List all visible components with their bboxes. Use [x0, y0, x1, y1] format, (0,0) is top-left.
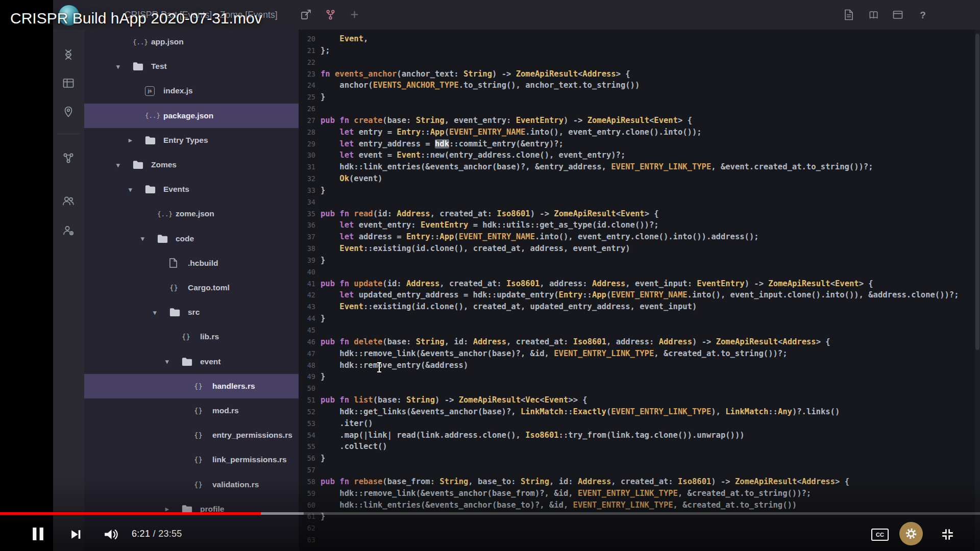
code-line: 35pub fn read(id: Address, created_at: I… [299, 208, 980, 220]
tree-item-cargo-toml[interactable]: {}Cargo.toml [84, 276, 299, 300]
code-line: 36 let event_entry: EventEntry = hdk::ut… [299, 219, 980, 231]
tree-item-label: Test [151, 62, 167, 71]
open-external-icon[interactable] [300, 9, 313, 22]
tree-item-zomes[interactable]: ▾Zomes [84, 153, 299, 177]
help-icon[interactable]: ? [916, 9, 929, 22]
code-line: 43 Event::existing(id.clone(), created_a… [299, 301, 980, 313]
chevron-down-icon[interactable]: ▾ [153, 309, 169, 316]
fork-icon[interactable] [325, 9, 338, 22]
tree-item-label: handlers.rs [212, 382, 255, 391]
document-icon[interactable] [843, 9, 856, 22]
code-editor[interactable]: 20 Event,21};2223fn events_anchor(anchor… [299, 30, 980, 551]
code-line: 25} [299, 91, 980, 103]
scrollbar-thumb[interactable] [975, 34, 979, 350]
tree-item-entry-permissions-rs[interactable]: {}entry_permissions.rs [84, 423, 299, 447]
tree-item-zome-json[interactable]: {..}zome.json [84, 202, 299, 226]
tree-item-package-json[interactable]: {..}package.json [84, 104, 299, 128]
code-line: 33} [299, 185, 980, 196]
folder-icon [145, 185, 163, 194]
code-text: let event = Event::new(entry_address.clo… [321, 149, 625, 161]
line-number: 21 [299, 45, 315, 57]
tree-item-mod-rs[interactable]: {}mod.rs [84, 398, 299, 423]
line-number: 39 [299, 255, 315, 266]
settings-button[interactable] [899, 522, 923, 545]
folder-icon [133, 62, 151, 71]
tree-item-label: Zomes [151, 160, 177, 169]
code-text: pub fn read(id: Address, created_at: Iso… [321, 208, 659, 220]
code-line: 51pub fn list(base: String) -> ZomeApiRe… [299, 394, 980, 406]
tree-item-code[interactable]: ▾code [84, 227, 299, 251]
pause-button[interactable] [31, 527, 45, 541]
volume-button[interactable] [103, 528, 119, 541]
line-number: 53 [299, 418, 315, 430]
chevron-down-icon[interactable]: ▾ [116, 161, 133, 169]
tree-item-link-permissions-rs[interactable]: {}link_permissions.rs [84, 447, 299, 472]
line-number: 40 [299, 266, 315, 278]
window-layout-icon[interactable] [892, 9, 905, 22]
dna-icon[interactable] [62, 48, 76, 62]
line-number: 25 [299, 91, 315, 103]
editor-scrollbar[interactable] [975, 30, 980, 551]
line-number: 23 [299, 68, 315, 80]
chevron-down-icon[interactable]: ▾ [141, 235, 157, 242]
tree-item-label: Cargo.toml [188, 283, 230, 292]
next-button[interactable] [69, 528, 82, 541]
line-number: 38 [299, 243, 315, 255]
subtitles-button[interactable]: CC [871, 529, 889, 541]
folder-icon [182, 357, 200, 366]
line-number: 56 [299, 453, 315, 464]
code-line: 45 [299, 324, 980, 336]
person-settings-icon[interactable] [62, 224, 76, 238]
braces-file-icon: {..} [133, 38, 151, 46]
chevron-down-icon[interactable]: ▾ [116, 63, 133, 70]
location-pin-icon[interactable] [62, 105, 76, 119]
chevron-right-icon[interactable]: ▸ [129, 136, 145, 144]
code-line: 31 hdk::link_entries(&events_anchor(base… [299, 161, 980, 173]
progress-bar[interactable] [0, 512, 980, 515]
code-text: let address = Entry::App(EVENT_ENTRY_NAM… [321, 231, 759, 243]
people-icon[interactable] [62, 194, 76, 208]
line-number: 24 [299, 80, 315, 91]
code-line: 41pub fn update(id: Address, created_at:… [299, 278, 980, 290]
tree-item-index-js[interactable]: jsindex.js [84, 79, 299, 103]
chevron-down-icon[interactable]: ▾ [129, 186, 145, 193]
tree-item-label: mod.rs [212, 406, 239, 415]
exit-fullscreen-button[interactable] [940, 527, 955, 542]
video-frame[interactable]: CRISPR Part [Events] - Zome [Events] [0, 0, 980, 551]
line-number: 43 [299, 301, 315, 313]
tree-item-app-json[interactable]: {..}app.json [84, 30, 299, 54]
video-title-overlay: CRISPR Build hApp 2020-07-31.mov [10, 10, 262, 27]
line-number: 52 [299, 406, 315, 418]
line-number: 55 [299, 441, 315, 453]
code-text: Event::existing(id.clone(), created_at, … [321, 301, 697, 313]
tree-item-label: .hcbuild [188, 259, 218, 268]
line-number: 47 [299, 348, 315, 360]
code-line: 39} [299, 255, 980, 266]
tree-item-test[interactable]: ▾Test [84, 54, 299, 79]
code-line: 30 let event = Event::new(entry_address.… [299, 149, 980, 161]
chevron-down-icon[interactable]: ▾ [165, 358, 182, 365]
tree-item-label: app.json [151, 37, 184, 46]
add-icon[interactable] [349, 9, 362, 22]
tree-item-src[interactable]: ▾src [84, 300, 299, 324]
activity-bar [53, 30, 84, 551]
code-line: 48 hdk::remove_entry(&address) [299, 360, 980, 371]
tree-item-lib-rs[interactable]: {}lib.rs [84, 324, 299, 349]
line-number: 31 [299, 161, 315, 173]
line-number: 49 [299, 371, 315, 383]
tree-item-handlers-rs[interactable]: {}handlers.rs [84, 374, 299, 398]
tree-item-label: index.js [163, 86, 193, 95]
code-text: pub fn update(id: Address, created_at: I… [321, 278, 873, 290]
book-icon[interactable] [867, 9, 880, 22]
line-number: 54 [299, 430, 315, 441]
curly-file-icon: {} [194, 407, 212, 415]
grid-icon[interactable] [62, 77, 76, 90]
code-line: 21}; [299, 45, 980, 57]
tree-item-hcbuild[interactable]: .hcbuild [84, 251, 299, 276]
tree-item-events[interactable]: ▾Events [84, 177, 299, 202]
tree-item-entry-types[interactable]: ▸Entry Types [84, 128, 299, 153]
tree-item-event[interactable]: ▾event [84, 349, 299, 374]
file-tree: {..}app.json▾Testjsindex.js{..}package.j… [84, 30, 299, 551]
network-icon[interactable] [62, 152, 76, 165]
gear-icon [904, 527, 918, 540]
